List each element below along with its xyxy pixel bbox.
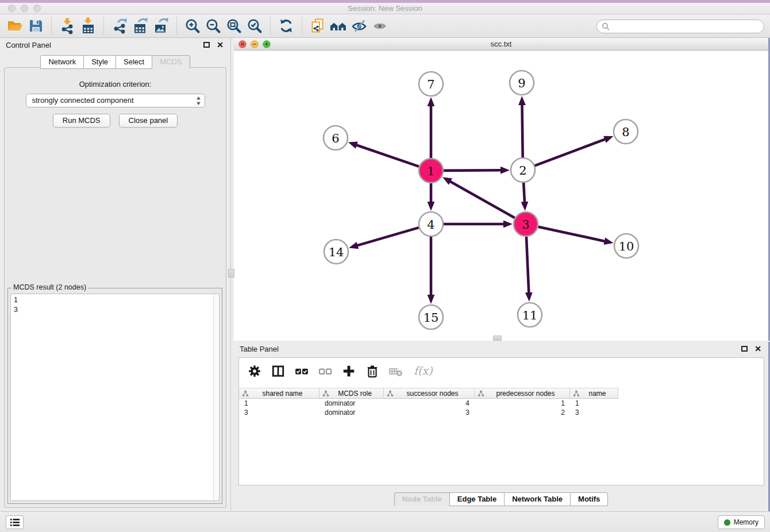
graph-edge-arrowhead — [503, 221, 513, 228]
table-cell-predecessor-nodes[interactable]: 1 — [475, 399, 570, 407]
column-tree-icon — [242, 390, 249, 397]
table-cell-successor-nodes[interactable]: 4 — [384, 399, 475, 407]
graph-node-label: 11 — [522, 309, 538, 322]
table-cell-MCDS-role[interactable]: dominator — [319, 399, 384, 407]
hide-selected-button[interactable] — [349, 16, 369, 36]
node-table-body: 1dominator4113dominator323 — [239, 399, 764, 417]
export-table-button[interactable] — [130, 16, 151, 36]
table-cell-shared-name[interactable]: 3 — [239, 408, 319, 417]
float-panel-icon[interactable] — [203, 42, 210, 48]
column-header-label: name — [580, 390, 615, 398]
graph-edge-3-11[interactable] — [526, 237, 529, 294]
node-table-card: f(x) shared nameMCDS rolesuccessor nodes… — [238, 357, 764, 485]
column-header-label: MCDS role — [329, 390, 380, 398]
clone-network-icon — [309, 17, 326, 34]
deselect-all-button[interactable] — [318, 364, 333, 379]
graph-edge-3-1[interactable] — [449, 181, 515, 218]
columns-icon — [271, 364, 285, 378]
graph-edge-2-8[interactable] — [535, 139, 606, 165]
eye-slash-icon — [351, 17, 368, 34]
save-session-button[interactable] — [25, 16, 46, 36]
graph-edge-1-2[interactable] — [444, 170, 502, 171]
mcds-result-text[interactable]: 13 — [10, 294, 220, 501]
dropdown-stepper-icon — [196, 96, 201, 106]
show-all-button[interactable] — [369, 16, 390, 36]
memory-label: Memory — [734, 518, 759, 526]
result-scrollbar[interactable] — [213, 295, 218, 500]
plus-icon — [342, 364, 356, 378]
table-row[interactable]: 1dominator411 — [239, 399, 764, 408]
task-history-button[interactable] — [6, 515, 24, 529]
tab-select[interactable]: Select — [116, 55, 152, 69]
table-cell-MCDS-role[interactable]: dominator — [319, 408, 384, 417]
optimization-criterion-label: Optimization criterion: — [5, 80, 226, 88]
create-column-button[interactable] — [341, 364, 356, 379]
close-panel-icon[interactable]: ✕ — [217, 42, 224, 48]
table-tab-node-table[interactable]: Node Table — [394, 492, 449, 506]
column-header-predecessor-nodes[interactable]: predecessor nodes — [475, 388, 570, 399]
table-cell-successor-nodes[interactable]: 3 — [384, 408, 475, 417]
column-header-successor-nodes[interactable]: successor nodes — [384, 388, 475, 399]
search-box[interactable] — [596, 20, 764, 33]
memory-button[interactable]: Memory — [718, 515, 765, 529]
import-table-button[interactable] — [78, 16, 98, 36]
table-cell-name[interactable]: 1 — [570, 399, 618, 407]
zoom-out-button[interactable] — [203, 16, 224, 36]
table-cell-name[interactable]: 3 — [570, 408, 618, 417]
memory-status-icon — [724, 519, 730, 526]
select-all-button[interactable] — [294, 364, 309, 379]
float-table-panel-icon[interactable] — [741, 346, 748, 352]
column-header-name[interactable]: name — [570, 388, 618, 399]
graph-edge-2-9[interactable] — [522, 104, 522, 157]
graph-edge-3-10[interactable] — [538, 227, 605, 241]
network-window-titlebar[interactable]: scc.txt — [234, 38, 768, 51]
column-tree-icon — [478, 390, 484, 397]
horizontal-splitter-handle[interactable] — [493, 336, 502, 341]
first-neighbors-button[interactable] — [328, 16, 349, 36]
table-tab-edge-table[interactable]: Edge Table — [449, 492, 504, 506]
graph-edge-2-3[interactable] — [523, 183, 525, 203]
mcds-panel: Optimization criterion: strongly connect… — [4, 67, 226, 508]
run-mcds-button[interactable]: Run MCDS — [53, 114, 110, 128]
table-tab-motifs[interactable]: Motifs — [570, 492, 608, 506]
function-builder-button[interactable]: f(x) — [412, 364, 435, 379]
clone-network-button[interactable] — [307, 16, 328, 36]
open-folder-icon — [6, 17, 24, 34]
close-table-panel-icon[interactable]: ✕ — [754, 346, 761, 352]
delete-table-button[interactable] — [388, 364, 403, 379]
search-input[interactable] — [610, 21, 764, 32]
column-header-label: predecessor nodes — [484, 390, 567, 398]
import-network-icon — [59, 17, 76, 34]
column-header-shared-name[interactable]: shared name — [239, 388, 319, 399]
criterion-dropdown[interactable]: strongly connected component — [26, 94, 205, 107]
table-tab-network-table[interactable]: Network Table — [504, 492, 570, 506]
export-image-button[interactable] — [151, 16, 171, 36]
show-columns-button[interactable] — [271, 364, 286, 379]
table-cell-shared-name[interactable]: 1 — [239, 399, 319, 407]
column-header-MCDS-role[interactable]: MCDS role — [319, 388, 384, 399]
graph-edge-4-14[interactable] — [357, 228, 419, 246]
tab-network[interactable]: Network — [40, 55, 83, 69]
close-panel-button[interactable]: Close panel — [119, 114, 178, 128]
zoom-in-button[interactable] — [182, 16, 203, 36]
zoom-fit-button[interactable] — [224, 16, 244, 36]
delete-column-button[interactable] — [365, 364, 380, 379]
refresh-button[interactable] — [276, 16, 297, 36]
table-cell-predecessor-nodes[interactable]: 2 — [475, 408, 570, 417]
export-network-button[interactable] — [109, 16, 130, 36]
import-network-button[interactable] — [57, 16, 78, 36]
vertical-splitter-handle[interactable] — [228, 269, 234, 277]
tab-mcds[interactable]: MCDS — [152, 55, 190, 69]
main-toolbar — [0, 14, 770, 38]
column-header-label: successor nodes — [394, 390, 471, 398]
graph-edge-1-6[interactable] — [356, 145, 419, 167]
open-file-button[interactable] — [5, 16, 25, 36]
column-tree-icon — [322, 390, 329, 397]
zoom-selected-button[interactable] — [244, 16, 265, 36]
network-canvas[interactable]: 7968124314101511 — [234, 51, 768, 341]
table-options-button[interactable] — [247, 364, 262, 379]
graph-node-label: 7 — [427, 78, 434, 91]
tab-style[interactable]: Style — [83, 55, 116, 69]
table-row[interactable]: 3dominator323 — [239, 408, 764, 417]
zoom-out-icon — [205, 17, 222, 34]
